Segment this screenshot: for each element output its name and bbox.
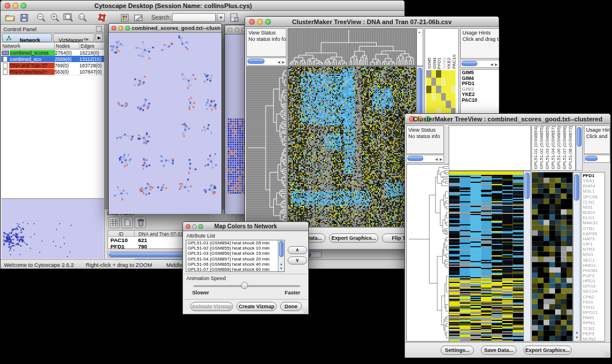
matrix-cell[interactable]	[431, 86, 437, 93]
gene-label[interactable]: RPO21	[583, 310, 605, 315]
close-button[interactable]	[112, 26, 116, 30]
gene-label[interactable]: VIP1	[583, 242, 605, 247]
network-list-row[interactable]: combined_scores2764(0)16218(0)	[1, 49, 104, 56]
matrix-cell[interactable]	[451, 70, 456, 78]
gene-label[interactable]: SPC98	[583, 194, 605, 200]
zoom-actual-icon[interactable]: 1:1	[76, 12, 88, 23]
gene-label[interactable]: FIG4	[583, 300, 605, 305]
column-dendrogram-canvas[interactable]	[288, 28, 416, 66]
search-input[interactable]	[172, 13, 216, 22]
resize-grip[interactable]	[604, 351, 610, 357]
gene-label[interactable]: SEC1	[583, 258, 605, 263]
matrix-cell[interactable]	[436, 101, 441, 108]
search-dropdown-button[interactable]: ▼	[217, 13, 225, 22]
gene-label[interactable]: PFD1	[583, 173, 605, 178]
id-column-header[interactable]: ID	[108, 231, 135, 237]
matrix-cell[interactable]	[441, 70, 446, 78]
network-list-row[interactable]: DNA and Tran 07769(0)183728(0)	[1, 62, 104, 68]
minimize-button[interactable]	[118, 26, 123, 30]
gene-label[interactable]: NIS1	[583, 205, 605, 210]
matrix-cell[interactable]	[436, 78, 441, 85]
network-canvas[interactable]	[109, 33, 221, 214]
matrix-cell[interactable]	[426, 78, 431, 85]
gene-label[interactable]: SEC24	[583, 289, 605, 294]
col-nodes[interactable]: Nodes	[55, 43, 79, 49]
move-down-button[interactable]: ∨	[288, 256, 307, 265]
resize-grip[interactable]	[302, 308, 308, 313]
gene-label[interactable]: PEP5	[583, 331, 605, 336]
gene-label[interactable]: YSH1	[583, 305, 605, 310]
matrix-cell[interactable]	[446, 101, 451, 108]
network-list-row[interactable]: combined_sco2569(6)13112(15)	[1, 56, 104, 62]
matrix-cell[interactable]	[436, 93, 441, 101]
animation-slider-thumb[interactable]	[241, 282, 248, 289]
tab-network[interactable]: Network	[2, 33, 52, 42]
new-attribute-icon[interactable]	[121, 217, 133, 228]
gene-label[interactable]: NTR2	[583, 247, 605, 252]
zoom-in-icon[interactable]	[49, 12, 60, 23]
matrix-cell[interactable]	[426, 70, 431, 78]
gene-label[interactable]: MSL1	[583, 189, 605, 194]
matrix-cell[interactable]	[426, 101, 431, 108]
gene-label[interactable]: RNR4	[583, 183, 605, 189]
heatmap-canvas[interactable]	[288, 66, 416, 227]
matrix-cell[interactable]	[451, 93, 456, 101]
matrix-cell[interactable]	[431, 70, 437, 78]
gene-label[interactable]: TCB3	[583, 326, 605, 331]
attribute-item[interactable]: GPL51-02 (GSM855) heat shock 10 min	[186, 246, 284, 251]
condition-labels-vscrollbar[interactable]	[576, 125, 583, 171]
zoom-out-icon[interactable]	[35, 12, 47, 23]
gene-label[interactable]: MAK31	[583, 220, 605, 225]
attribute-item[interactable]: GPL51-04 (GSM857) heat shock 20 min	[186, 256, 284, 262]
cytoscape-titlebar[interactable]: Cytoscape Desktop (Session Name: collins…	[1, 1, 404, 11]
birdseye-view[interactable]	[2, 198, 104, 259]
matrix-cell[interactable]	[446, 93, 451, 101]
animate-vizmap-button[interactable]: Animate Vizmap	[190, 302, 233, 311]
matrix-cell[interactable]	[431, 101, 437, 108]
delete-attribute-icon[interactable]	[135, 217, 146, 228]
save-data-button[interactable]: Save Data...	[481, 346, 517, 355]
matrix-cell[interactable]	[436, 86, 441, 93]
listbox-vscrollbar[interactable]: ▲▼	[278, 240, 284, 271]
labels-hscrollbar[interactable]: ◀▶	[460, 60, 499, 68]
gene-label[interactable]: HAP3	[583, 236, 605, 242]
gene-label[interactable]: PHO81	[583, 268, 605, 273]
open-file-icon[interactable]	[4, 12, 16, 23]
matrix-cell[interactable]	[431, 78, 437, 85]
dendrogram-hscrollbar[interactable]: ◀▶	[246, 58, 286, 66]
attribute-item[interactable]: GPL51-07 (GSM868) heat shock 60 min	[186, 267, 284, 272]
network-list-row[interactable]: RNAPuberNov2+563(0)107847(0)	[1, 68, 104, 75]
import-table-icon[interactable]	[228, 12, 240, 23]
treeview-combined-titlebar[interactable]: ClusterMaker TreeView : combined_scores_…	[405, 114, 610, 124]
matrix-cell[interactable]	[441, 86, 446, 93]
dialog-titlebar[interactable]: Map Colors to Network	[183, 222, 308, 231]
row-dendrogram-canvas[interactable]	[246, 66, 288, 227]
matrix-cell[interactable]	[426, 93, 431, 101]
gene-label[interactable]: GTB1	[583, 226, 605, 231]
gene-label[interactable]: RPN1	[583, 320, 605, 325]
gene-label[interactable]: CPA2	[583, 294, 605, 300]
matrix-cell[interactable]	[441, 101, 446, 108]
row-dendrogram-canvas[interactable]	[406, 164, 449, 342]
gene-list[interactable]: GIM5GIM4PFD1GIM3YKE2PAC10	[461, 70, 499, 104]
gene-label[interactable]: HMG1	[583, 263, 605, 268]
matrix-cell[interactable]	[451, 86, 456, 93]
gene-label[interactable]: CLN1	[583, 200, 605, 205]
matrix-cell[interactable]	[446, 78, 451, 85]
float-panel-icon[interactable]	[96, 26, 102, 32]
matrix-cell[interactable]	[426, 86, 431, 93]
attribute-item[interactable]: GPL51-06 (GSM865) heat shock 40 min	[186, 262, 284, 267]
close-button[interactable]	[228, 28, 232, 32]
global-heatmap-canvas[interactable]	[449, 171, 524, 342]
treeview-dna-titlebar[interactable]: ClusterMaker TreeView : DNA and Tran 07-…	[245, 17, 499, 27]
help-lifesaver-icon[interactable]	[96, 12, 108, 23]
gene-label[interactable]: PUF3	[583, 273, 605, 278]
zoom-fit-icon[interactable]	[63, 12, 74, 23]
matrix-cell[interactable]	[431, 93, 437, 101]
col-network[interactable]: Network	[1, 43, 55, 49]
gene-label[interactable]: ELG1	[583, 215, 605, 220]
gene-label[interactable]: GPI16	[583, 283, 605, 289]
create-vizmap-button[interactable]: Create Vizmap	[236, 302, 277, 311]
matrix-cell[interactable]	[436, 70, 441, 78]
zoom-button[interactable]	[125, 26, 130, 30]
